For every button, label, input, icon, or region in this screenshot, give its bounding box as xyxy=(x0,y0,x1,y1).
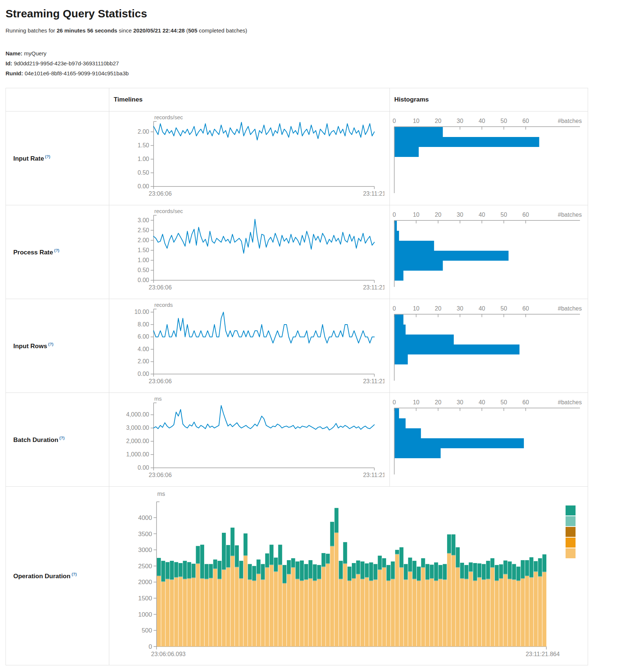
process-rate-row: Process Rate(?) records/sec0.000.501.001… xyxy=(6,205,588,299)
svg-text:2.00: 2.00 xyxy=(138,128,149,135)
summary-suffix: completed batches) xyxy=(198,27,247,34)
input-rows-histogram-cell: 0102030405060#batches xyxy=(390,299,588,393)
svg-text:23:06:06: 23:06:06 xyxy=(149,284,172,291)
stats-header-row: Timelines Histograms xyxy=(6,88,588,112)
svg-text:40: 40 xyxy=(478,118,485,124)
batch-duration-timeline-chart: ms0.001,000.002,000.003,000.004,000.0023… xyxy=(109,395,389,485)
svg-text:23:06:06.093: 23:06:06.093 xyxy=(151,651,186,657)
svg-text:0: 0 xyxy=(149,643,152,650)
svg-text:50: 50 xyxy=(501,305,507,312)
process-rate-histogram-chart: 0102030405060#batches xyxy=(390,207,588,297)
svg-text:3000: 3000 xyxy=(138,546,152,553)
svg-text:20: 20 xyxy=(435,212,442,218)
query-meta: Name: myQuery Id: 9d0dd219-995d-423e-b97… xyxy=(6,48,625,78)
timelines-column-header: Timelines xyxy=(109,88,390,112)
completed-batch-count: 505 xyxy=(188,27,198,34)
svg-text:0.00: 0.00 xyxy=(138,277,149,283)
operation-duration-help-icon[interactable]: (?) xyxy=(72,572,77,576)
corner-header-cell xyxy=(6,88,109,112)
svg-text:23:11:21: 23:11:21 xyxy=(363,378,384,384)
svg-text:500: 500 xyxy=(142,627,152,634)
svg-text:1.50: 1.50 xyxy=(138,247,149,253)
svg-text:30: 30 xyxy=(457,118,463,124)
running-duration: 26 minutes 56 seconds xyxy=(56,27,117,34)
svg-text:1,000.00: 1,000.00 xyxy=(126,451,149,457)
running-batches-summary: Running batches for 26 minutes 56 second… xyxy=(6,27,625,34)
input-rate-label-cell: Input Rate(?) xyxy=(6,112,109,205)
svg-text:0.50: 0.50 xyxy=(138,267,149,273)
process-rate-help-icon[interactable]: (?) xyxy=(54,248,59,253)
svg-text:1.50: 1.50 xyxy=(138,142,149,148)
svg-text:23:06:06: 23:06:06 xyxy=(149,472,172,478)
svg-text:2000: 2000 xyxy=(138,579,152,586)
runid-value: 04e101e6-8bf8-4165-9099-9104c951ba3b xyxy=(25,70,129,76)
input-rate-help-icon[interactable]: (?) xyxy=(45,154,50,159)
svg-text:23:11:21.864: 23:11:21.864 xyxy=(526,651,560,657)
svg-text:30: 30 xyxy=(457,212,463,218)
svg-text:23:11:21: 23:11:21 xyxy=(363,472,384,478)
svg-text:60: 60 xyxy=(522,305,529,312)
name-label: Name: xyxy=(6,50,23,56)
svg-text:23:11:21: 23:11:21 xyxy=(363,284,384,291)
svg-text:3,000.00: 3,000.00 xyxy=(126,425,149,431)
batch-duration-help-icon[interactable]: (?) xyxy=(59,436,65,440)
svg-text:40: 40 xyxy=(478,212,485,218)
svg-text:records/sec: records/sec xyxy=(154,208,183,214)
id-value: 9d0dd219-995d-423e-b97d-36931110bb27 xyxy=(14,60,119,66)
svg-text:23:06:06: 23:06:06 xyxy=(149,378,172,384)
runid-label: RunId: xyxy=(6,70,23,76)
svg-text:records: records xyxy=(154,302,173,308)
svg-text:0.00: 0.00 xyxy=(138,183,149,189)
svg-text:0: 0 xyxy=(393,212,396,218)
svg-text:0.50: 0.50 xyxy=(138,169,149,176)
svg-text:records/sec: records/sec xyxy=(154,114,183,120)
input-rate-label: Input Rate xyxy=(13,155,44,162)
svg-text:60: 60 xyxy=(522,118,529,124)
svg-text:1500: 1500 xyxy=(138,595,152,602)
input-rows-row: Input Rows(?) records0.002.004.006.008.0… xyxy=(6,299,588,393)
svg-text:23:11:21: 23:11:21 xyxy=(363,191,384,197)
id-label: Id: xyxy=(6,60,12,66)
svg-text:0: 0 xyxy=(393,399,396,405)
batch-duration-label: Batch Duration xyxy=(13,436,58,443)
svg-text:20: 20 xyxy=(435,399,442,405)
summary-paren: ( xyxy=(185,27,188,34)
svg-text:0.00: 0.00 xyxy=(138,464,149,471)
operation-duration-label-cell: Operation Duration(?) xyxy=(6,487,109,665)
svg-text:0: 0 xyxy=(393,305,396,312)
svg-text:4,000.00: 4,000.00 xyxy=(126,411,149,418)
svg-text:2.50: 2.50 xyxy=(138,227,149,233)
input-rate-histogram-cell: 0102030405060#batches xyxy=(390,112,588,205)
svg-text:10: 10 xyxy=(413,305,419,312)
svg-text:23:06:06: 23:06:06 xyxy=(149,191,172,197)
batch-duration-row: Batch Duration(?) ms0.001,000.002,000.00… xyxy=(6,393,588,487)
svg-text:50: 50 xyxy=(501,212,507,218)
svg-text:2,000.00: 2,000.00 xyxy=(126,438,149,444)
input-rate-row: Input Rate(?) records/sec0.000.501.001.5… xyxy=(6,112,588,205)
svg-text:8.00: 8.00 xyxy=(138,321,149,328)
svg-text:3500: 3500 xyxy=(138,531,152,538)
svg-text:4.00: 4.00 xyxy=(138,346,149,352)
svg-text:ms: ms xyxy=(154,395,162,402)
svg-text:3.00: 3.00 xyxy=(138,217,149,223)
svg-text:10: 10 xyxy=(413,212,419,218)
histograms-column-header: Histograms xyxy=(390,88,588,112)
svg-text:60: 60 xyxy=(522,399,529,405)
svg-text:ms: ms xyxy=(157,491,165,497)
svg-text:#batches: #batches xyxy=(558,399,582,405)
query-id-line: Id: 9d0dd219-995d-423e-b97d-36931110bb27 xyxy=(6,58,625,68)
batch-duration-timeline-cell: ms0.001,000.002,000.003,000.004,000.0023… xyxy=(109,393,390,487)
operation-duration-row: Operation Duration(?) ms0500100015002000… xyxy=(6,487,588,665)
svg-text:30: 30 xyxy=(457,399,463,405)
input-rate-timeline-cell: records/sec0.000.501.001.502.0023:06:062… xyxy=(109,112,390,205)
streaming-statistics-page: Streaming Query Statistics Running batch… xyxy=(0,0,625,672)
input-rate-timeline-chart: records/sec0.000.501.001.502.0023:06:062… xyxy=(109,113,389,203)
svg-text:50: 50 xyxy=(501,399,507,405)
svg-text:2.00: 2.00 xyxy=(138,237,149,243)
batch-duration-histogram-chart: 0102030405060#batches xyxy=(390,395,588,485)
process-rate-timeline-cell: records/sec0.000.501.001.502.002.503.002… xyxy=(109,205,390,299)
input-rows-help-icon[interactable]: (?) xyxy=(48,342,54,346)
svg-text:10: 10 xyxy=(413,118,419,124)
svg-text:20: 20 xyxy=(435,118,442,124)
operation-duration-stacked-chart: ms0500100015002000250030003500400023:06:… xyxy=(109,488,588,664)
